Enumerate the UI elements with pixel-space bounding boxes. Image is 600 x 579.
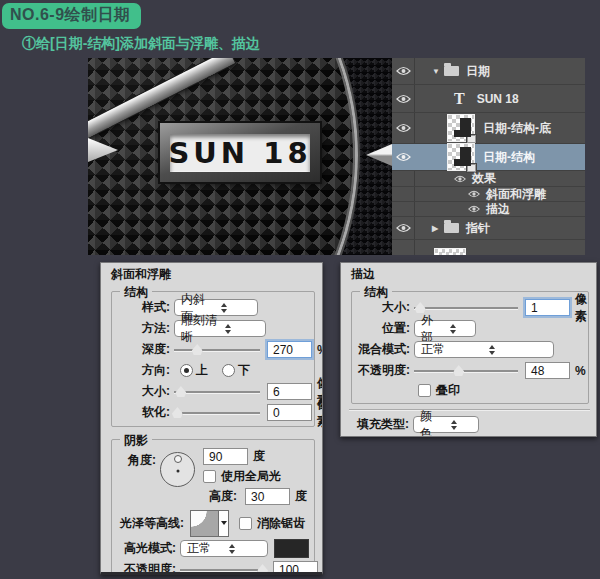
overprint-label: 叠印 <box>436 382 460 399</box>
contour-thumbnail[interactable] <box>190 510 219 537</box>
technique-select[interactable]: 雕刻清晰 <box>174 320 266 337</box>
effect-label[interactable]: 描边 <box>486 201 510 218</box>
gloss-contour-row: 光泽等高线: 消除锯齿 <box>112 509 309 537</box>
blend-mode-label: 混合模式: <box>352 341 410 358</box>
text-layer-icon: T <box>454 90 465 108</box>
highlight-opacity-slider[interactable] <box>180 563 266 575</box>
tutorial-page: NO.6-9绘制日期 ①给[日期-结构]添加斜面与浮雕、描边 SUN 18 ▼ … <box>0 0 600 579</box>
layer-thumbnail[interactable] <box>447 114 475 142</box>
layer-label[interactable]: 日期-结构-底 <box>483 120 551 137</box>
stroke-size-input[interactable]: 1 <box>525 299 570 316</box>
stroke-opacity-row: 不透明度: 48 % <box>352 361 583 380</box>
layer-row-structure-bottom[interactable]: 日期-结构-底 <box>392 113 585 144</box>
blend-mode-select[interactable]: 正常 <box>414 341 554 358</box>
size-label: 大小: <box>112 383 170 400</box>
slider-thumb[interactable] <box>192 344 203 355</box>
visibility-eye-icon[interactable] <box>392 66 414 76</box>
shading-group: 阴影 角度: 90 度 使用全局光 高度: 30 度 <box>111 439 315 575</box>
global-light-label: 使用全局光 <box>221 468 281 485</box>
altitude-unit: 度 <box>295 488 307 505</box>
stroke-opacity-input[interactable]: 48 <box>525 362 570 379</box>
size-slider[interactable] <box>174 385 260 398</box>
updown-arrows-icon <box>450 324 472 334</box>
slider-thumb[interactable] <box>453 365 464 376</box>
section-divider <box>349 409 590 411</box>
visibility-eye-icon[interactable] <box>392 152 414 162</box>
fill-type-row: 填充类型: 颜色 <box>351 415 596 434</box>
stroke-opacity-unit: % <box>575 364 586 378</box>
disclosure-open-icon[interactable]: ▼ <box>432 67 444 76</box>
highlight-color-swatch[interactable] <box>274 539 309 558</box>
altitude-input[interactable]: 30 <box>245 488 290 505</box>
contour-dropdown-icon[interactable] <box>219 510 229 537</box>
soften-input[interactable]: 0 <box>267 404 312 421</box>
visibility-eye-icon[interactable] <box>392 94 414 104</box>
visibility-eye-icon[interactable] <box>392 123 414 133</box>
layer-row-group-hands[interactable]: ▶ 指针 <box>392 217 585 240</box>
date-window-text: SUN 18 <box>170 134 310 172</box>
angle-input[interactable]: 90 <box>203 448 248 465</box>
angle-block: 角度: 90 度 使用全局光 高度: 30 度 <box>112 448 309 505</box>
depth-slider[interactable] <box>174 343 260 356</box>
direction-down-radio[interactable] <box>222 364 235 377</box>
layer-thumbnail[interactable] <box>447 143 475 171</box>
overprint-row: 叠印 <box>352 382 583 399</box>
soften-row: 软化: 0 像素 <box>112 403 309 422</box>
folder-icon <box>444 223 459 233</box>
direction-up-label: 上 <box>196 362 208 379</box>
layer-label[interactable]: 日期 <box>466 63 490 80</box>
soften-slider[interactable] <box>174 406 260 419</box>
slider-thumb[interactable] <box>172 407 183 418</box>
slider-thumb[interactable] <box>415 302 426 313</box>
layer-label[interactable]: 日期-结构 <box>483 149 535 166</box>
date-window-frame: SUN 18 <box>160 123 320 182</box>
angle-unit: 度 <box>253 448 265 465</box>
highlight-mode-label: 高光模式: <box>112 540 176 557</box>
layer-label[interactable]: SUN 18 <box>477 92 519 106</box>
structure-group: 结构 样式: 内斜面 方法: 雕刻清晰 深度: <box>111 291 315 427</box>
slider-thumb[interactable] <box>175 386 186 397</box>
layer-row-text-sun18[interactable]: T SUN 18 <box>392 85 585 113</box>
depth-input[interactable]: 270 <box>267 341 312 358</box>
group-label: 结构 <box>120 284 152 301</box>
stroke-size-slider[interactable] <box>414 301 518 314</box>
stroke-opacity-label: 不透明度: <box>352 362 410 379</box>
angle-dial[interactable] <box>160 452 195 487</box>
stroke-opacity-slider[interactable] <box>414 364 518 377</box>
overprint-checkbox[interactable] <box>418 384 431 397</box>
layer-row-effect-stroke[interactable]: 描边 <box>392 202 585 217</box>
folder-icon <box>444 66 459 76</box>
antialias-checkbox[interactable] <box>239 517 252 530</box>
highlight-opacity-row: 不透明度: 100 % <box>112 560 309 575</box>
global-light-checkbox[interactable] <box>203 470 216 483</box>
bevel-emboss-dialog: 斜面和浮雕 结构 样式: 内斜面 方法: 雕刻清晰 深度: <box>100 262 323 575</box>
step-instruction: ①给[日期-结构]添加斜面与浮雕、描边 <box>22 35 260 53</box>
highlight-mode-row: 高光模式: 正常 <box>112 539 309 558</box>
highlight-opacity-input[interactable]: 100 <box>273 561 318 575</box>
soften-unit: 像素 <box>317 396 323 430</box>
effects-eye-icon[interactable] <box>454 172 466 186</box>
updown-arrows-icon <box>225 324 262 334</box>
direction-row: 方向: 上 下 <box>112 361 309 380</box>
layer-label[interactable]: 指针 <box>466 220 490 237</box>
layer-row-structure-selected[interactable]: 日期-结构 <box>392 144 585 171</box>
partial-layer-thumbnail <box>434 248 466 255</box>
layer-row-group-date[interactable]: ▼ 日期 <box>392 58 585 85</box>
effect-eye-icon[interactable] <box>468 202 480 216</box>
effects-label[interactable]: 效果 <box>472 170 496 187</box>
visibility-eye-icon[interactable] <box>392 223 414 233</box>
effect-eye-icon[interactable] <box>468 187 480 201</box>
disclosure-closed-icon[interactable]: ▶ <box>432 224 444 233</box>
direction-label: 方向: <box>112 362 170 379</box>
page-title: NO.6-9绘制日期 <box>2 3 141 29</box>
structure-group: 结构 大小: 1 像素 位置: 外部 混合模式: 正常 <box>351 291 589 404</box>
highlight-mode-select[interactable]: 正常 <box>180 540 268 557</box>
position-select[interactable]: 外部 <box>414 320 476 337</box>
fill-type-select[interactable]: 颜色 <box>413 416 479 433</box>
direction-up-radio[interactable] <box>180 364 193 377</box>
size-input[interactable]: 6 <box>267 383 312 400</box>
stroke-dialog: 描边 结构 大小: 1 像素 位置: 外部 混合模式: <box>340 262 597 437</box>
updown-arrows-icon <box>451 420 475 430</box>
size-row: 大小: 6 像素 <box>112 382 309 401</box>
slider-thumb[interactable] <box>257 564 268 575</box>
